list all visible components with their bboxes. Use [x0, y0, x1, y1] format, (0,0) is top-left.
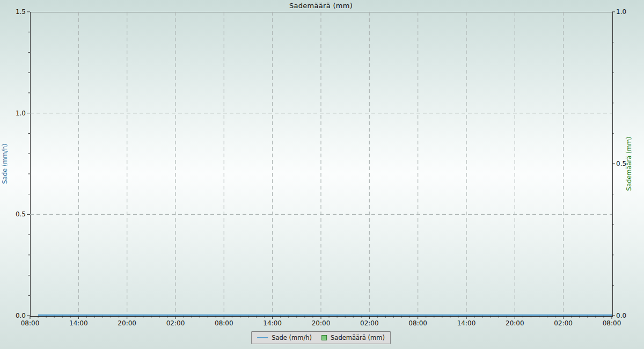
- x-tick-label: 14:00: [263, 319, 282, 327]
- left-y-tick-label: 1.5: [16, 8, 26, 16]
- x-tick-label: 20:00: [312, 319, 331, 327]
- left-y-tick-label: 0.0: [16, 312, 26, 319]
- x-tick-label: 20:00: [506, 319, 524, 327]
- plot-canvas: [0, 0, 644, 349]
- left-y-tick-label: 1.0: [16, 110, 26, 117]
- legend-line-icon: [257, 337, 268, 338]
- right-y-tick-label: 1.0: [616, 8, 626, 16]
- chart-figure: Sademäärä (mm) Sade (mm/h) Sademäärä (mm…: [0, 0, 644, 349]
- legend-item-sade: Sade (mm/h): [257, 334, 312, 341]
- x-tick-label: 08:00: [215, 319, 233, 327]
- left-y-tick-label: 0.5: [16, 210, 26, 218]
- legend-label-sademaara: Sademäärä (mm): [331, 334, 385, 341]
- x-tick-label: 02:00: [554, 319, 573, 327]
- x-tick-label: 02:00: [166, 319, 185, 327]
- right-y-tick-label: 0.0: [616, 312, 626, 319]
- legend-label-sade: Sade (mm/h): [272, 334, 312, 341]
- x-tick-label: 08:00: [603, 319, 621, 327]
- legend-item-sademaara: Sademäärä (mm): [321, 334, 385, 341]
- x-tick-label: 20:00: [118, 319, 136, 327]
- x-tick-label: 14:00: [457, 319, 476, 327]
- right-y-tick-label: 0.5: [616, 160, 626, 168]
- x-tick-label: 14:00: [69, 319, 88, 327]
- x-tick-label: 08:00: [408, 319, 427, 327]
- legend-square-icon: [321, 335, 327, 340]
- x-tick-label: 02:00: [360, 319, 379, 327]
- legend: Sade (mm/h) Sademäärä (mm): [251, 331, 391, 344]
- x-tick-label: 08:00: [21, 319, 40, 327]
